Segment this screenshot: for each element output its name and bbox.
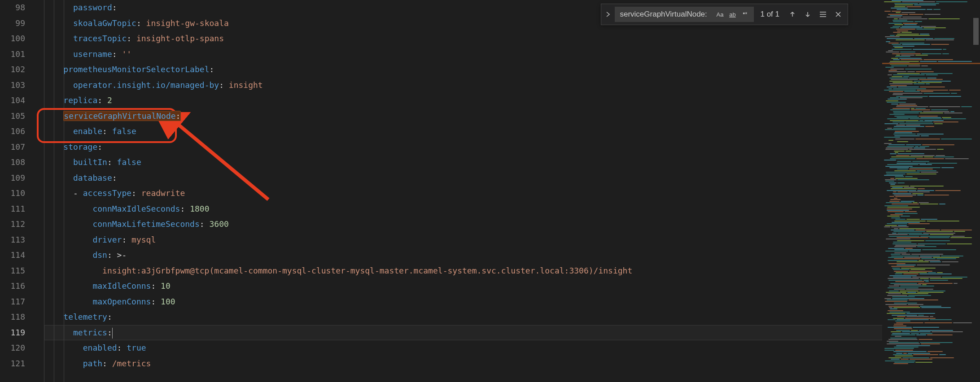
editor: 9899100101102103104105106107108109110111… xyxy=(0,0,980,382)
vertical-scrollbar[interactable] xyxy=(972,0,980,382)
line-number[interactable]: 112 xyxy=(0,217,25,232)
line-number[interactable]: 121 xyxy=(0,356,25,372)
line-number[interactable]: 104 xyxy=(0,93,25,109)
code-line[interactable]: dsn: >- xyxy=(44,247,882,263)
code-line[interactable]: username: '' xyxy=(44,47,882,62)
code-line[interactable]: maxOpenConns: 100 xyxy=(44,294,882,310)
line-number[interactable]: 119 xyxy=(0,325,25,341)
minimap[interactable] xyxy=(882,0,972,382)
line-number[interactable]: 118 xyxy=(0,309,25,325)
code-line[interactable]: prometheusMonitorSelectorLabel: xyxy=(44,62,882,78)
find-in-selection-button[interactable] xyxy=(816,8,830,21)
code-line[interactable]: operator.insight.io/managed-by: insight xyxy=(44,78,882,93)
find-count: 1 of 1 xyxy=(760,10,779,19)
line-number[interactable]: 110 xyxy=(0,186,25,201)
code-line[interactable]: path: /metrics xyxy=(44,356,882,372)
find-input-wrap: Aa ab ▪* xyxy=(615,7,754,22)
code-line[interactable]: serviceGraphVirtualNode: xyxy=(44,109,882,124)
line-number[interactable]: 105 xyxy=(0,109,25,124)
code-line[interactable]: enable: false xyxy=(44,124,882,139)
line-number[interactable]: 114 xyxy=(0,247,25,263)
close-find-button[interactable] xyxy=(831,8,845,21)
code-line[interactable]: storage: xyxy=(44,139,882,155)
line-number[interactable]: 107 xyxy=(0,139,25,155)
match-case-toggle[interactable]: Aa xyxy=(714,9,726,20)
line-number[interactable]: 115 xyxy=(0,263,25,279)
prev-match-button[interactable] xyxy=(786,8,799,21)
code-line[interactable]: metrics: xyxy=(44,325,882,341)
code-line[interactable]: tracesTopic: insight-otlp-spans xyxy=(44,31,882,47)
line-number[interactable]: 106 xyxy=(0,124,25,139)
line-number[interactable]: 102 xyxy=(0,62,25,78)
code-line[interactable]: enabled: true xyxy=(44,340,882,356)
match-whole-word-toggle[interactable]: ab xyxy=(726,9,738,20)
code-line[interactable]: - accessType: readwrite xyxy=(44,186,882,201)
line-number[interactable]: 101 xyxy=(0,47,25,62)
find-input[interactable] xyxy=(620,10,713,19)
line-number[interactable]: 111 xyxy=(0,201,25,217)
line-number[interactable]: 103 xyxy=(0,78,25,93)
line-number[interactable]: 98 xyxy=(0,0,25,16)
next-match-button[interactable] xyxy=(801,8,814,21)
code-line[interactable]: database: xyxy=(44,170,882,186)
line-number[interactable]: 120 xyxy=(0,340,25,356)
code-line[interactable]: builtIn: false xyxy=(44,155,882,170)
regex-toggle[interactable]: ▪* xyxy=(739,9,751,20)
fold-gutter[interactable] xyxy=(35,0,44,382)
line-number[interactable]: 113 xyxy=(0,232,25,248)
line-number[interactable]: 100 xyxy=(0,31,25,47)
code-line[interactable]: driver: mysql xyxy=(44,232,882,248)
code-line[interactable]: insight:a3jGrbfpwm@tcp(mcamel-common-mys… xyxy=(44,263,882,279)
code-line[interactable]: maxIdleConns: 10 xyxy=(44,278,882,294)
line-number[interactable]: 99 xyxy=(0,16,25,31)
line-number[interactable]: 117 xyxy=(0,294,25,310)
find-widget: Aa ab ▪* 1 of 1 xyxy=(601,4,848,25)
expand-replace-toggle[interactable] xyxy=(604,4,612,25)
line-number[interactable]: 109 xyxy=(0,170,25,186)
code-line[interactable]: replica: 2 xyxy=(44,93,882,109)
line-number[interactable]: 116 xyxy=(0,278,25,294)
code-area[interactable]: password: skoalaGwTopic: insight-gw-skoa… xyxy=(44,0,882,382)
code-line[interactable]: connMaxIdleSeconds: 1800 xyxy=(44,201,882,217)
code-line[interactable]: telemetry: xyxy=(44,309,882,325)
line-number-gutter[interactable]: 9899100101102103104105106107108109110111… xyxy=(0,0,35,382)
line-number[interactable]: 108 xyxy=(0,155,25,170)
code-line[interactable]: connMaxLifetimeSeconds: 3600 xyxy=(44,217,882,232)
